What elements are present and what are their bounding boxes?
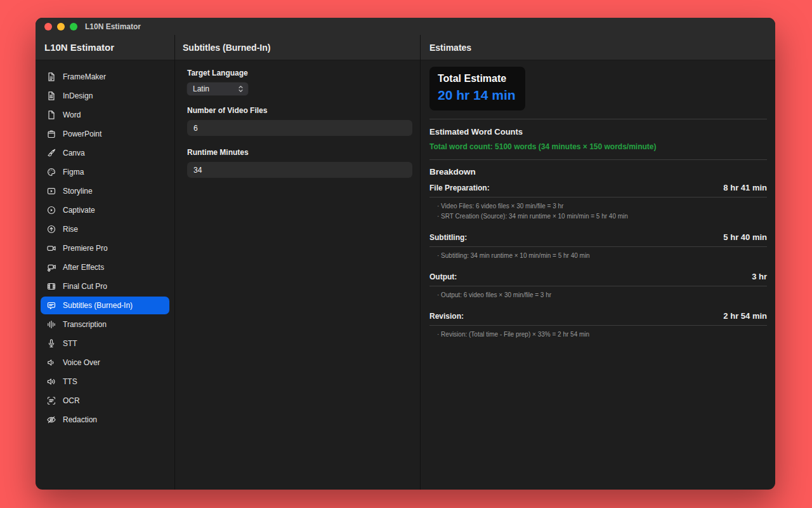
sidebar-item-after-effects[interactable]: After Effects [41, 258, 169, 276]
estimates-title: Estimates [429, 43, 471, 53]
eye-slash-icon [46, 415, 56, 425]
sidebar-item-label: Subtitles (Burned-In) [63, 301, 133, 310]
sidebar-item-voice-over[interactable]: Voice Over [41, 354, 169, 371]
breakdown-detail: Revision: (Total time - File prep) × 33%… [437, 331, 767, 338]
paint-palette-icon [46, 167, 56, 178]
video-files-input[interactable] [187, 120, 412, 136]
sidebar-item-label: Canva [63, 149, 85, 157]
breakdown-section-label: Output: [429, 272, 457, 281]
runtime-minutes-input[interactable] [187, 162, 412, 178]
sidebar-item-rise[interactable]: Rise [41, 220, 169, 238]
target-language-value: Latin [193, 84, 237, 93]
sidebar-item-label: After Effects [63, 263, 104, 272]
sidebar-nav: FrameMaker InDesign Word PowerPoint Canv… [36, 60, 174, 429]
sidebar-header: L10N Estimator [36, 35, 174, 60]
sidebar-item-ocr[interactable]: OCR [41, 392, 169, 410]
breakdown-detail: Output: 6 video files × 30 min/file = 3 … [437, 291, 767, 298]
video-files-label: Number of Video Files [187, 106, 412, 115]
breakdown-detail-list: Subtitling: 34 min runtime × 10 min/min … [429, 252, 767, 259]
sidebar-item-label: PowerPoint [63, 130, 102, 138]
traffic-lights [44, 23, 77, 30]
sidebar-item-stt[interactable]: STT [41, 335, 169, 352]
speaker-wave-2-icon [46, 377, 56, 387]
sidebar-item-label: Transcription [63, 320, 107, 329]
estimates-panel: Estimates Total Estimate 20 hr 14 min Es… [421, 35, 775, 490]
form-panel-header: Subtitles (Burned-In) [175, 35, 420, 60]
arrow-up-circle-icon [46, 224, 56, 235]
doc-richtext-icon [46, 91, 56, 102]
chevron-up-down-icon [237, 84, 244, 93]
minimize-button[interactable] [57, 23, 65, 30]
doc-text-icon [46, 72, 56, 83]
divider [429, 197, 767, 197]
window-title: L10N Estimator [85, 22, 141, 31]
sidebar-item-figma[interactable]: Figma [41, 163, 169, 181]
sidebar-item-label: Premiere Pro [63, 244, 108, 253]
breakdown-section-time: 8 hr 41 min [723, 183, 767, 192]
app-window: L10N Estimator L10N Estimator FrameMaker… [36, 18, 775, 490]
breakdown-section-label: Subtitling: [429, 233, 467, 242]
paintbrush-icon [46, 148, 56, 159]
divider [429, 159, 767, 160]
breakdown-section: Revision: 2 hr 54 min Revision: (Total t… [429, 307, 767, 338]
sidebar-item-word[interactable]: Word [41, 106, 169, 124]
sidebar-item-canva[interactable]: Canva [41, 144, 169, 162]
sidebar-item-label: TTS [63, 377, 77, 386]
sidebar-item-storyline[interactable]: Storyline [41, 182, 169, 200]
text-viewfinder-icon [46, 396, 56, 406]
total-estimate-label: Total Estimate [438, 73, 516, 84]
breakdown-detail: Subtitling: 34 min runtime × 10 min/min … [437, 252, 767, 259]
sidebar-item-label: Captivate [63, 206, 95, 215]
sidebar-item-label: Voice Over [63, 358, 100, 367]
word-counts-heading: Estimated Word Counts [429, 127, 767, 137]
breakdown-detail-list: Output: 6 video files × 30 min/file = 3 … [429, 291, 767, 298]
titlebar: L10N Estimator [36, 18, 775, 35]
target-language-select[interactable]: Latin [187, 83, 248, 95]
breakdown-section-time: 2 hr 54 min [723, 311, 767, 321]
sidebar-item-label: OCR [63, 396, 80, 405]
breakdown-section-label: File Preparation: [429, 184, 490, 192]
breakdown-list: File Preparation: 8 hr 41 min Video File… [429, 178, 767, 338]
breakdown-detail-list: Video Files: 6 video files × 30 min/file… [429, 203, 767, 220]
sidebar-title: L10N Estimator [44, 42, 114, 53]
video-camera-gear-icon [46, 262, 56, 273]
play-rectangle-icon [46, 186, 56, 197]
sidebar-item-label: Storyline [63, 187, 93, 196]
runtime-minutes-label: Runtime Minutes [187, 148, 412, 157]
presentation-box-icon [46, 129, 56, 140]
sidebar-item-framemaker[interactable]: FrameMaker [41, 68, 169, 86]
sidebar-item-label: Figma [63, 168, 84, 177]
form-panel-title: Subtitles (Burned-In) [183, 43, 270, 53]
sidebar-item-indesign[interactable]: InDesign [41, 87, 169, 105]
sidebar-item-label: STT [63, 339, 77, 348]
breakdown-detail: SRT Creation (Source): 34 min runtime × … [437, 213, 767, 220]
sidebar-item-powerpoint[interactable]: PowerPoint [41, 125, 169, 143]
sidebar-item-subtitles-burned-in[interactable]: Subtitles (Burned-In) [41, 297, 169, 314]
sidebar-item-label: Rise [63, 225, 78, 234]
divider [429, 325, 767, 326]
divider [429, 286, 767, 286]
sidebar-item-label: Word [63, 110, 81, 119]
sidebar-item-label: Final Cut Pro [63, 282, 107, 291]
waveform-icon [46, 319, 56, 330]
zoom-button[interactable] [70, 23, 77, 30]
divider [429, 119, 767, 119]
sidebar-item-premiere-pro[interactable]: Premiere Pro [41, 239, 169, 257]
sidebar-item-captivate[interactable]: Captivate [41, 201, 169, 219]
breakdown-section: File Preparation: 8 hr 41 min Video File… [429, 178, 767, 220]
sidebar-item-tts[interactable]: TTS [41, 373, 169, 391]
breakdown-section-label: Revision: [429, 312, 464, 321]
breakdown-heading: Breakdown [429, 167, 767, 177]
close-button[interactable] [44, 23, 52, 30]
film-icon [46, 281, 56, 292]
speaker-wave-1-icon [46, 358, 56, 368]
breakdown-section-time: 5 hr 40 min [723, 232, 767, 242]
sidebar-item-transcription[interactable]: Transcription [41, 316, 169, 333]
sidebar-item-final-cut-pro[interactable]: Final Cut Pro [41, 277, 169, 295]
word-count-summary: Total word count: 5100 words (34 minutes… [429, 142, 767, 151]
sidebar: L10N Estimator FrameMaker InDesign Word … [36, 35, 175, 490]
total-estimate-value: 20 hr 14 min [438, 88, 516, 103]
play-circle-icon [46, 205, 56, 216]
breakdown-section-time: 3 hr [752, 272, 767, 281]
sidebar-item-redaction[interactable]: Redaction [41, 411, 169, 429]
